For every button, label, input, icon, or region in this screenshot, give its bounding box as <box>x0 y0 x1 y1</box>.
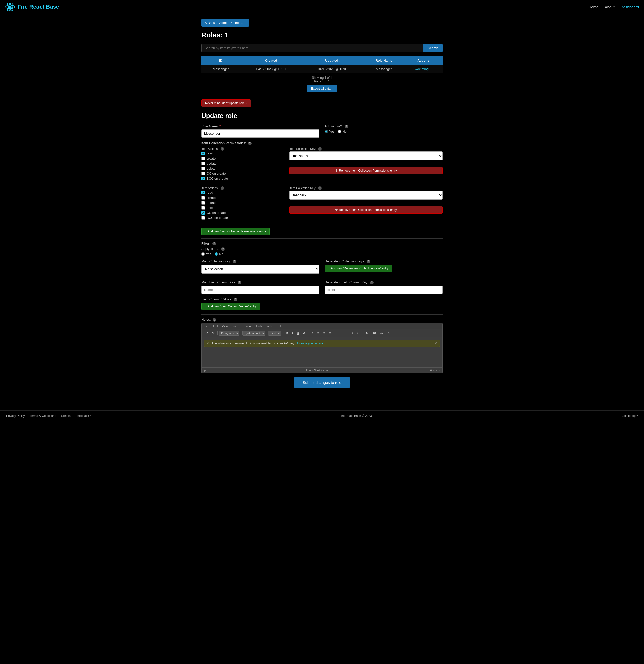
editor-menu-help[interactable]: Help <box>275 324 285 329</box>
admin-role-no-label[interactable]: No <box>338 129 347 133</box>
cb2-cc-on-create[interactable]: CC on create <box>201 211 287 215</box>
editor-undo-btn[interactable]: ↩ <box>204 330 210 336</box>
footer-feedback[interactable]: Feedback? <box>76 414 90 418</box>
dependent-field-column-key-input[interactable] <box>325 286 443 294</box>
cb2-update[interactable]: update <box>201 201 287 205</box>
main-field-col-info-icon[interactable]: ? <box>238 281 242 284</box>
collection-key-2-info-icon[interactable]: ? <box>318 186 322 190</box>
editor-ol-btn[interactable]: ☰ <box>342 330 348 336</box>
cb1-read[interactable]: read <box>201 151 287 155</box>
editor-notice-close[interactable]: ✕ <box>435 342 437 345</box>
editor-indent-btn[interactable]: ⇥ <box>349 330 355 336</box>
cb2-create[interactable]: create <box>201 196 287 200</box>
editor-special-char-btn[interactable]: Ω <box>364 330 370 336</box>
role-name-input[interactable] <box>201 129 319 138</box>
remove-entry-2-button[interactable]: 🗑 Remove 'Item Collection Permissions' e… <box>289 206 443 214</box>
editor-align-center-btn[interactable]: ≡ <box>315 330 321 336</box>
admin-role-no-radio[interactable] <box>338 130 341 133</box>
editor-p-tag: p <box>204 369 206 372</box>
cell-actions[interactable]: #deleting... <box>404 65 443 74</box>
footer-credits[interactable]: Credits <box>61 414 71 418</box>
footer-privacy-policy[interactable]: Privacy Policy <box>6 414 25 418</box>
admin-role-info-icon[interactable]: ? <box>345 125 348 128</box>
collection-keys-row: Main Collection Key: ? No selection mess… <box>201 260 443 273</box>
add-permissions-entry-button[interactable]: + Add new 'Item Collection Permissions' … <box>201 228 270 235</box>
editor-menu-insert[interactable]: Insert <box>230 324 241 329</box>
dep-collection-keys-info-icon[interactable]: ? <box>367 260 370 264</box>
cb1-cc-on-create[interactable]: CC on create <box>201 172 287 175</box>
collection-key-1-info-icon[interactable]: ? <box>318 147 322 151</box>
editor-body[interactable]: ⚠ The inlinenocs premium plugin is not e… <box>202 337 442 367</box>
editor-outdent-btn[interactable]: ⇤ <box>355 330 361 336</box>
search-input[interactable] <box>201 44 423 52</box>
admin-role-yes-radio[interactable] <box>325 130 328 133</box>
editor-underline-btn[interactable]: U <box>295 330 301 336</box>
footer-terms[interactable]: Terms & Conditions <box>30 414 56 418</box>
apply-filter-yes-label[interactable]: Yes <box>201 252 211 256</box>
editor-color-btn[interactable]: A <box>302 330 307 336</box>
cb1-update[interactable]: update <box>201 162 287 165</box>
back-to-top[interactable]: Back to top ^ <box>621 414 638 418</box>
brand-logo-link[interactable]: Fire React Base <box>5 2 59 12</box>
nav-about[interactable]: About <box>604 5 614 9</box>
item-collection-key-select-2[interactable]: messages feedback users <box>289 191 443 200</box>
editor-menu-format[interactable]: Format <box>241 324 254 329</box>
editor-menu-table[interactable]: Table <box>264 324 274 329</box>
add-field-values-button[interactable]: + Add new 'Field Column Values' entry <box>201 303 260 310</box>
cb2-read[interactable]: read <box>201 191 287 194</box>
item-actions-2-info-icon[interactable]: ? <box>221 186 224 190</box>
editor-size-select[interactable]: 12pt 14pt 16pt <box>268 331 281 336</box>
nav-dashboard[interactable]: Dashboard <box>621 5 639 9</box>
permissions-info-icon[interactable]: ? <box>248 142 252 145</box>
cb1-bcc-on-create[interactable]: BCC on create <box>201 177 287 181</box>
item-collection-key-select-1[interactable]: messages feedback users <box>289 151 443 160</box>
apply-filter-no-radio[interactable] <box>214 252 218 256</box>
cancel-update-button[interactable]: Never mind, don't update role × <box>201 99 251 107</box>
col-actions[interactable]: Actions <box>404 56 443 65</box>
editor-menu-file[interactable]: File <box>203 324 211 329</box>
editor-strikethrough-btn[interactable]: S̶ <box>379 330 385 336</box>
apply-filter-info-icon[interactable]: ? <box>221 247 225 251</box>
cb1-delete[interactable]: delete <box>201 167 287 170</box>
nav-home[interactable]: Home <box>588 5 599 9</box>
editor-menu-edit[interactable]: Edit <box>211 324 220 329</box>
editor-format-select[interactable]: Paragraph Heading 1 Heading 2 <box>219 331 240 336</box>
editor-align-left-btn[interactable]: ≡ <box>310 330 315 336</box>
cb1-create[interactable]: create <box>201 157 287 160</box>
col-updated[interactable]: Updated ↓ <box>302 56 364 65</box>
back-button[interactable]: < Back to Admin Dashboard <box>201 19 249 27</box>
apply-filter-no-label[interactable]: No <box>214 252 223 256</box>
col-created[interactable]: Created <box>240 56 302 65</box>
add-dependent-collection-key-button[interactable]: + Add new 'Dependent Collection Keys' en… <box>325 265 392 272</box>
main-collection-key-select[interactable]: No selection messages feedback <box>201 265 319 273</box>
export-button[interactable]: Export all data ↓ <box>307 85 337 92</box>
notes-info-icon[interactable]: ? <box>212 318 216 321</box>
upgrade-link[interactable]: Upgrade your account. <box>296 342 326 345</box>
editor-align-right-btn[interactable]: ≡ <box>321 330 327 336</box>
editor-font-select[interactable]: System Font Arial <box>242 331 265 336</box>
editor-ul-btn[interactable]: ☰ <box>335 330 341 336</box>
editor-code-btn[interactable]: </> <box>371 330 378 336</box>
col-role-name[interactable]: Role Name <box>364 56 404 65</box>
field-column-values-info-icon[interactable]: ? <box>234 298 237 302</box>
main-collection-key-info-icon[interactable]: ? <box>233 260 236 264</box>
admin-role-yes-label[interactable]: Yes <box>325 129 334 133</box>
submit-button[interactable]: Submit changes to role <box>294 377 350 388</box>
cb2-delete[interactable]: delete <box>201 206 287 210</box>
editor-emoji-btn[interactable]: ☺ <box>385 330 392 336</box>
editor-menu-tools[interactable]: Tools <box>254 324 264 329</box>
apply-filter-yes-radio[interactable] <box>201 252 205 256</box>
editor-menu-view[interactable]: View <box>220 324 230 329</box>
item-actions-1-info-icon[interactable]: ? <box>221 147 224 151</box>
editor-redo-btn[interactable]: ↪ <box>210 330 216 336</box>
editor-bold-btn[interactable]: B <box>284 330 290 336</box>
cb2-bcc-on-create[interactable]: BCC on create <box>201 216 287 220</box>
remove-entry-1-button[interactable]: 🗑 Remove 'Item Collection Permissions' e… <box>289 167 443 174</box>
dep-field-col-info-icon[interactable]: ? <box>370 281 374 284</box>
main-field-column-key-input[interactable] <box>201 286 319 294</box>
filter-info-icon[interactable]: ? <box>212 242 216 245</box>
editor-italic-btn[interactable]: I <box>290 330 295 336</box>
editor-align-justify-btn[interactable]: ≡ <box>327 330 332 336</box>
search-button[interactable]: Search <box>423 44 443 52</box>
col-id[interactable]: ID <box>201 56 240 65</box>
